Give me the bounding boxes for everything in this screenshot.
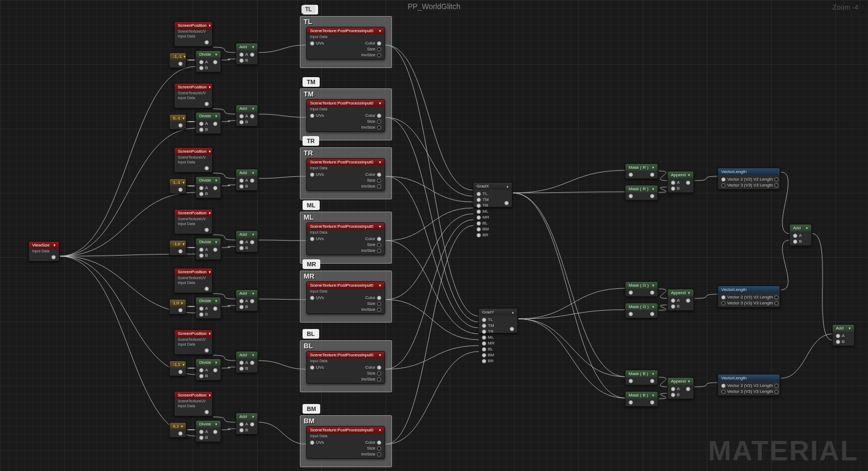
node-scenetexture-MR[interactable]: SceneTexture:PostProcessInput0▾Input Dat… [306, 281, 385, 314]
node-const-BL[interactable]: -1,1▾ [169, 361, 186, 376]
node-const-ML[interactable]: -1,0▾ [169, 240, 186, 256]
node-mask-1-a[interactable]: Mask ( G )▾ [625, 281, 658, 297]
node-const-MR[interactable]: 1,0▾ [169, 299, 186, 315]
node-add-ML[interactable]: Add▾AB [236, 230, 258, 252]
node-scenetexture-ML[interactable]: SceneTexture:PostProcessInput0▾Input Dat… [306, 222, 385, 255]
node-add-MR[interactable]: Add▾AB [236, 289, 258, 311]
node-append-1[interactable]: Append▾AB [667, 289, 694, 311]
node-viewsize[interactable]: ViewSize▾ Input Data [28, 241, 59, 261]
node-append-2[interactable]: Append▾AB [667, 377, 694, 399]
node-add-final-1[interactable]: Add▾ AB [789, 224, 812, 246]
node-add-TR[interactable]: Add▾AB [236, 169, 258, 191]
node-divide-TR[interactable]: Divide▾AB [195, 176, 221, 198]
node-divide-TL[interactable]: Divide▾AB [195, 50, 221, 72]
node-add-BL[interactable]: Add▾AB [236, 351, 258, 373]
comment-tab-top: TL [301, 5, 315, 13]
node-gradx[interactable]: GradX▴ TLTMTRMLMRBLBMBR [473, 182, 512, 207]
node-screenposition-TM[interactable]: ScreenPosition▾SceneTextureUVInput Data [174, 83, 213, 108]
node-vectorlength-2[interactable]: VectorLengthVector 2 (V2) V2 LengthVecto… [718, 374, 780, 396]
watermark: MATERIAL [708, 435, 858, 467]
node-scenetexture-TL[interactable]: SceneTexture:PostProcessInput0▾Input Dat… [306, 27, 385, 59]
node-divide-BL[interactable]: Divide▾AB [195, 358, 221, 380]
node-screenposition-MR[interactable]: ScreenPosition▾SceneTextureUVInput Data [174, 268, 213, 293]
node-mask-1-b[interactable]: Mask ( G )▾ [625, 303, 658, 318]
node-mask-2-a[interactable]: Mask ( B )▾ [625, 370, 658, 385]
material-title: PP_WorldGlitch [407, 2, 461, 11]
node-const-TM[interactable]: 0,-1▾ [169, 114, 186, 130]
node-mask-0-a[interactable]: Mask ( R )▾ [625, 163, 658, 179]
zoom-label: Zoom -4 [833, 3, 858, 11]
node-screenposition-TL[interactable]: ScreenPosition▾SceneTextureUVInput Data [174, 21, 213, 47]
node-const-TR[interactable]: 1,-1▾ [169, 178, 186, 194]
node-scenetexture-BM[interactable]: SceneTexture:PostProcessInput0▾Input Dat… [306, 426, 385, 459]
node-divide-TM[interactable]: Divide▾AB [195, 112, 221, 134]
node-screenposition-BL[interactable]: ScreenPosition▾SceneTextureUVInput Data [174, 330, 213, 355]
node-add-BM[interactable]: Add▾AB [236, 413, 258, 435]
node-vectorlength-0[interactable]: VectorLengthVector 2 (V2) V2 LengthVecto… [718, 168, 780, 190]
node-divide-ML[interactable]: Divide▾AB [195, 238, 221, 260]
node-divide-BM[interactable]: Divide▾AB [195, 420, 221, 442]
graph-canvas[interactable] [0, 0, 868, 471]
node-divide-MR[interactable]: Divide▾AB [195, 297, 221, 319]
node-append-0[interactable]: Append▾AB [667, 171, 694, 193]
node-scenetexture-TR[interactable]: SceneTexture:PostProcessInput0▾Input Dat… [306, 158, 385, 191]
node-mask-2-b[interactable]: Mask ( B )▾ [625, 391, 658, 407]
node-scenetexture-TM[interactable]: SceneTexture:PostProcessInput0▾Input Dat… [306, 99, 385, 132]
node-vectorlength-1[interactable]: VectorLengthVector 2 (V2) V2 LengthVecto… [718, 286, 780, 308]
node-scenetexture-BL[interactable]: SceneTexture:PostProcessInput0▾Input Dat… [306, 351, 385, 384]
node-mask-0-b[interactable]: Mask ( R )▾ [625, 185, 658, 200]
node-screenposition-BM[interactable]: ScreenPosition▾SceneTextureUVInput Data [174, 391, 213, 416]
node-const-TL[interactable]: -1,-1▾ [169, 53, 186, 68]
node-screenposition-TR[interactable]: ScreenPosition▾SceneTextureUVInput Data [174, 147, 213, 173]
node-add-TM[interactable]: Add▾AB [236, 104, 258, 126]
node-add-TL[interactable]: Add▾AB [236, 43, 258, 65]
node-screenposition-ML[interactable]: ScreenPosition▾SceneTextureUVInput Data [174, 209, 213, 234]
node-grady[interactable]: GradY▴ TLTMTRMLMRBLBMBR [478, 308, 518, 333]
node-const-BM[interactable]: 0,1▾ [169, 422, 186, 438]
node-add-final-2[interactable]: Add▾ AB [832, 324, 855, 346]
